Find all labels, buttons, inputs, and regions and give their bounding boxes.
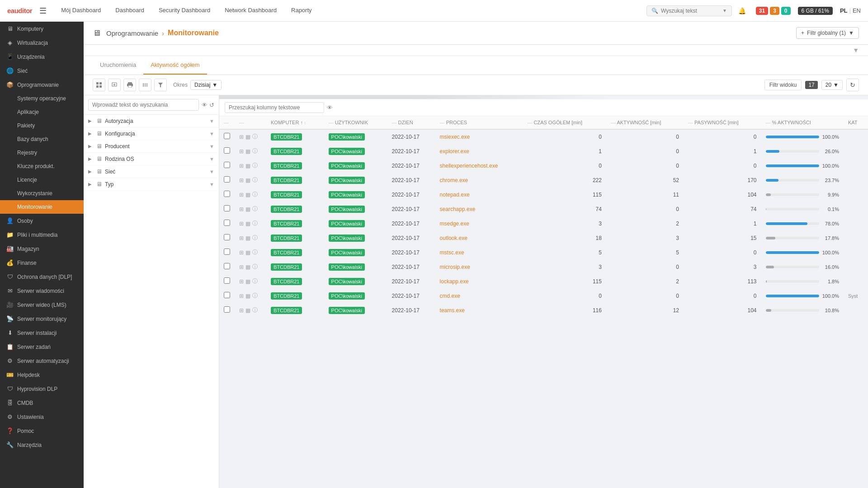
info-action-icon[interactable]: ⓘ: [252, 306, 258, 314]
tree-item-rodzina-os[interactable]: ▶ 🖥 Rodzina OS ▼: [84, 153, 219, 165]
eye-icon[interactable]: 👁: [202, 102, 208, 108]
sidebar-item-serwer-monitorujacy[interactable]: 📡 Serwer monitorujący: [0, 312, 84, 326]
info-action-icon[interactable]: ⓘ: [252, 205, 258, 213]
grid-action-icon[interactable]: ⊞: [239, 307, 244, 314]
sidebar-item-aplikacje[interactable]: Aplikacje: [0, 105, 84, 119]
process-link[interactable]: msedge.exe: [440, 221, 469, 227]
user-badge[interactable]: POC\kowalski: [329, 220, 365, 227]
nav-item-my-dashboard[interactable]: Mój Dashboard: [56, 0, 106, 22]
chevron-down-icon[interactable]: ▼: [722, 8, 727, 13]
process-link[interactable]: mstsc.exe: [440, 249, 464, 256]
info-action-icon[interactable]: ⓘ: [252, 133, 258, 141]
eye-column-icon[interactable]: 👁: [327, 104, 333, 111]
process-link[interactable]: lockapp.exe: [440, 278, 469, 285]
nav-item-raporty[interactable]: Raporty: [286, 0, 317, 22]
sidebar-item-oprogramowanie[interactable]: 📦 Oprogramowanie: [0, 78, 84, 92]
nav-item-security-dashboard[interactable]: Security Dashboard: [153, 0, 216, 22]
bell-icon[interactable]: 🔔: [738, 7, 746, 14]
detail-action-icon[interactable]: ▦: [245, 206, 250, 212]
detail-action-icon[interactable]: ▦: [245, 148, 250, 155]
process-link[interactable]: cmd.exe: [440, 293, 460, 299]
detail-action-icon[interactable]: ▦: [245, 177, 250, 183]
user-badge[interactable]: POC\kowalski: [329, 133, 365, 141]
process-link[interactable]: outlook.exe: [440, 235, 467, 241]
info-action-icon[interactable]: ⓘ: [252, 176, 258, 184]
sidebar-item-klucze[interactable]: Klucze produkt.: [0, 160, 84, 173]
info-action-icon[interactable]: ⓘ: [252, 191, 258, 198]
process-link[interactable]: notepad.exe: [440, 192, 470, 198]
print-icon-btn[interactable]: [123, 79, 136, 91]
process-link[interactable]: chrome.exe: [440, 177, 468, 183]
reset-icon[interactable]: ↺: [209, 102, 214, 108]
row-checkbox-12[interactable]: [224, 306, 230, 313]
detail-action-icon[interactable]: ▦: [245, 235, 250, 241]
info-action-icon[interactable]: ⓘ: [252, 263, 258, 271]
sidebar-item-serwer-wideo[interactable]: 🎥 Serwer wideo (LMS): [0, 298, 84, 312]
user-badge[interactable]: POC\kowalski: [329, 235, 365, 242]
process-link[interactable]: shellexperiencehost.exe: [440, 163, 498, 169]
user-badge[interactable]: POC\kowalski: [329, 278, 365, 285]
tab-uruchomienia[interactable]: Uruchomienia: [93, 56, 143, 75]
detail-action-icon[interactable]: ▦: [245, 221, 250, 227]
detail-action-icon[interactable]: ▦: [245, 278, 250, 285]
info-action-icon[interactable]: ⓘ: [252, 220, 258, 227]
sidebar-item-ustawienia[interactable]: ⚙ Ustawienia: [0, 410, 84, 424]
sidebar-item-pakiety[interactable]: Pakiety: [0, 119, 84, 132]
filter-view-button[interactable]: Filtr widoku: [764, 80, 802, 90]
sidebar-item-serwer-automatyzacji[interactable]: ⚙ Serwer automatyzacji: [0, 354, 84, 368]
search-input[interactable]: [661, 8, 720, 14]
nav-item-dashboard[interactable]: Dashboard: [110, 0, 150, 22]
user-badge[interactable]: POC\kowalski: [329, 148, 365, 155]
sidebar-item-serwer-instalacji[interactable]: ⬇ Serwer instalacji: [0, 326, 84, 340]
export-icon-btn[interactable]: [108, 79, 121, 91]
sidebar-item-pomoc[interactable]: ❓ Pomoc: [0, 424, 84, 438]
row-checkbox-9[interactable]: [224, 263, 230, 269]
sidebar-item-magazyn[interactable]: 🏭 Magazyn: [0, 242, 84, 256]
sidebar-item-rejestry[interactable]: Rejestry: [0, 146, 84, 160]
sidebar-item-siec[interactable]: 🌐 Sieć: [0, 64, 84, 78]
sidebar-item-urzadzenia[interactable]: 📱 Urządzenia: [0, 50, 84, 64]
computer-badge[interactable]: BTCDBR21: [271, 206, 302, 213]
sidebar-item-licencje[interactable]: Licencje: [0, 173, 84, 187]
tree-item-siec[interactable]: ▶ 🖥 Sieć ▼: [84, 165, 219, 178]
columns-icon-btn[interactable]: [139, 79, 151, 91]
process-link[interactable]: explorer.exe: [440, 148, 469, 155]
grid-action-icon[interactable]: ⊞: [239, 177, 244, 183]
info-action-icon[interactable]: ⓘ: [252, 277, 258, 285]
detail-action-icon[interactable]: ▦: [245, 307, 250, 314]
computer-badge[interactable]: BTCDBR21: [271, 162, 302, 169]
info-action-icon[interactable]: ⓘ: [252, 249, 258, 256]
refresh-button[interactable]: ↻: [846, 79, 859, 91]
column-search-input[interactable]: [225, 102, 324, 113]
process-link[interactable]: teams.exe: [440, 307, 465, 314]
computer-badge[interactable]: BTCDBR21: [271, 220, 302, 227]
detail-action-icon[interactable]: ▦: [245, 249, 250, 256]
sidebar-item-pliki[interactable]: 📁 Pliki i multimedia: [0, 228, 84, 242]
user-badge[interactable]: POC\kowalski: [329, 206, 365, 213]
grid-action-icon[interactable]: ⊞: [239, 221, 244, 227]
computer-badge[interactable]: BTCDBR21: [271, 191, 302, 198]
hamburger-icon[interactable]: ☰: [39, 6, 47, 16]
grid-action-icon[interactable]: ⊞: [239, 192, 244, 198]
grid-action-icon[interactable]: ⊞: [239, 206, 244, 212]
lang-en[interactable]: EN: [853, 7, 861, 14]
sidebar-item-cmdb[interactable]: 🗄 CMDB: [0, 396, 84, 410]
sidebar-item-narzedzia[interactable]: 🔧 Narzędzia: [0, 438, 84, 452]
computer-badge[interactable]: BTCDBR21: [271, 307, 302, 314]
global-filter-button[interactable]: + Filtr globalny (1) ▼: [796, 27, 859, 39]
tree-item-producent[interactable]: ▶ 🖥 Producent ▼: [84, 140, 219, 153]
process-link[interactable]: microsip.exe: [440, 264, 470, 270]
grid-action-icon[interactable]: ⊞: [239, 134, 244, 140]
sidebar-item-dlp[interactable]: 🛡 Ochrona danych [DLP]: [0, 270, 84, 284]
process-link[interactable]: msiexec.exe: [440, 134, 470, 140]
row-checkbox-4[interactable]: [224, 191, 230, 197]
tree-item-konfiguracja[interactable]: ▶ 🖥 Konfiguracja ▼: [84, 127, 219, 140]
detail-action-icon[interactable]: ▦: [245, 192, 250, 198]
sidebar-item-helpdesk[interactable]: 🎫 Helpdesk: [0, 368, 84, 382]
sidebar-item-serwer-zadan[interactable]: 📋 Serwer zadań: [0, 340, 84, 354]
row-checkbox-5[interactable]: [224, 205, 230, 211]
row-checkbox-0[interactable]: [224, 133, 230, 139]
grid-action-icon[interactable]: ⊞: [239, 163, 244, 169]
sidebar-item-hyprovision[interactable]: 🛡 Hyprovision DLP: [0, 382, 84, 396]
filter-icon-btn[interactable]: [154, 79, 167, 91]
